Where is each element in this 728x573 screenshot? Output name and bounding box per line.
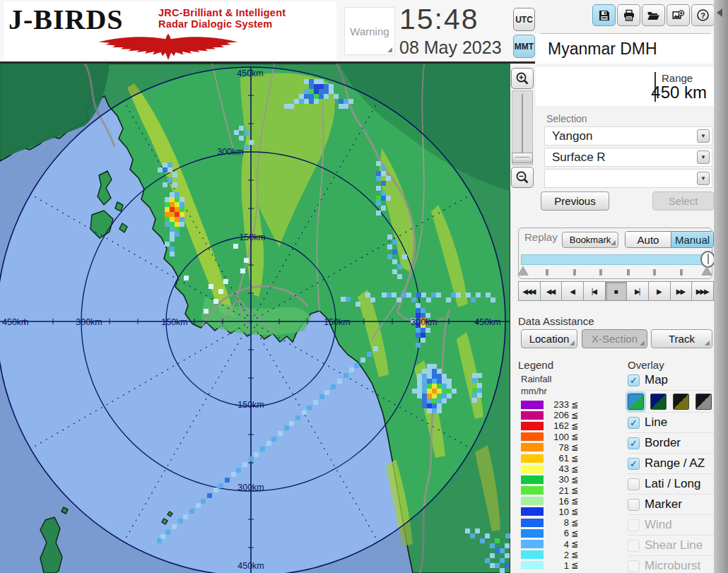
map-style-3[interactable]	[673, 394, 689, 410]
playback-button-8[interactable]: ▶▶	[670, 281, 693, 301]
lte-symbol: ≦	[571, 464, 578, 474]
x-section-button[interactable]: X-Section	[582, 329, 647, 348]
lte-symbol: ≦	[571, 432, 578, 442]
map-style-1[interactable]	[628, 394, 644, 410]
zoom-in-button[interactable]	[511, 68, 534, 89]
overlay-item-range-az[interactable]: ✓Range / AZ	[628, 454, 714, 474]
range-value: 450 km	[651, 83, 707, 102]
svg-text:450km: 450km	[474, 317, 501, 327]
location-button[interactable]: Location	[521, 329, 577, 348]
legend-swatch	[521, 529, 544, 538]
playback-button-5[interactable]: ■	[605, 281, 628, 301]
playback-button-2[interactable]: ◀◀	[540, 281, 563, 301]
dropdown-value: Yangon	[552, 129, 592, 143]
chevron-down-icon[interactable]: ▼	[697, 129, 710, 143]
svg-text:450km: 450km	[237, 561, 264, 571]
legend-row: 162≦	[521, 420, 599, 431]
legend-value: 16	[544, 496, 569, 507]
clock: 15:48 08 May 2023	[399, 3, 502, 58]
overlay-item-border[interactable]: ✓Border	[628, 433, 714, 454]
legend-swatch	[521, 454, 544, 463]
checkbox[interactable]: ✓	[628, 417, 640, 429]
chevron-down-icon[interactable]: ▼	[697, 172, 710, 185]
zoom-slider-track[interactable]	[512, 90, 533, 165]
select-button[interactable]: Select	[652, 191, 714, 211]
selection-label: Selection	[546, 113, 587, 124]
map-style-swatches	[628, 391, 714, 413]
bookmark-button[interactable]: Bookmark	[562, 232, 618, 248]
checkbox[interactable]	[628, 478, 640, 490]
timeline-start-marker[interactable]	[517, 266, 529, 276]
track-button[interactable]: Track	[651, 329, 712, 348]
legend-swatch	[521, 507, 544, 516]
mmt-button[interactable]: MMT	[513, 35, 535, 58]
replay-timeline-slider[interactable]	[521, 254, 709, 265]
legend-row: 10≦	[521, 507, 599, 517]
overlay-item-label: Map	[645, 373, 668, 387]
selection-dropdown-2[interactable]: Surface R▼	[544, 148, 712, 167]
jbirds-app: 450km 300km 150km 150km 300km 450km 450k…	[0, 0, 728, 573]
header-bar: J-BIRDS JRC-Brilliant & Intelligent Rada…	[0, 0, 535, 64]
svg-text:450km: 450km	[2, 317, 29, 327]
checkbox[interactable]	[628, 499, 640, 511]
help-button[interactable]: ?	[691, 4, 715, 26]
playback-button-3[interactable]: ◀	[561, 281, 584, 301]
map-style-4[interactable]	[695, 394, 712, 410]
lte-symbol: ≦	[571, 421, 578, 431]
print-button[interactable]	[617, 4, 640, 26]
playback-button-1[interactable]: ◀◀◀	[518, 281, 541, 301]
legend-swatch	[521, 443, 544, 451]
overlay-item-line[interactable]: ✓Line	[628, 413, 714, 433]
lte-symbol: ≦	[571, 400, 578, 410]
legend-swatch	[521, 432, 544, 441]
checkbox[interactable]: ✓	[628, 437, 640, 449]
playback-button-7[interactable]: ▶	[648, 281, 671, 301]
svg-text:150km: 150km	[239, 232, 266, 242]
svg-text:?: ?	[700, 11, 705, 20]
save-button[interactable]	[592, 4, 616, 26]
utc-button[interactable]: UTC	[513, 8, 535, 31]
overlay-options: ✓Map✓Line✓Border✓Range / AZLati / LongMa…	[628, 370, 714, 573]
chevron-down-icon[interactable]: ▼	[697, 150, 710, 164]
playback-button-6[interactable]: ▶|	[626, 281, 649, 301]
legend-swatch	[521, 561, 544, 569]
checkbox[interactable]: ✓	[628, 374, 640, 386]
lte-symbol: ≦	[571, 475, 578, 485]
overlay-item-lati-long[interactable]: Lati / Long	[628, 474, 714, 495]
overlay-item-microburst: Microburst	[628, 556, 714, 573]
dropdown-value: Surface R	[552, 150, 606, 165]
playback-button-4[interactable]: |◀	[583, 281, 606, 301]
legend-row: 233≦	[521, 399, 599, 410]
warning-button[interactable]: Warning	[344, 7, 395, 55]
map-zoom-control	[511, 68, 535, 188]
legend-value: 4	[544, 539, 569, 550]
selection-dropdown-3[interactable]: ▼	[544, 169, 712, 188]
replay-label: Replay	[524, 231, 558, 243]
add-image-button[interactable]	[667, 4, 690, 26]
overlay-item-marker[interactable]: Marker	[628, 495, 714, 515]
zoom-slider-handle[interactable]	[512, 153, 533, 163]
map-style-2[interactable]	[650, 394, 667, 410]
selection-dropdown-1[interactable]: Yangon▼	[544, 126, 712, 146]
legend-value: 78	[544, 442, 569, 453]
timeline-end-marker[interactable]	[701, 266, 712, 276]
legend-value: 61	[544, 453, 569, 463]
zoom-out-button[interactable]	[511, 167, 534, 188]
legend-unit: mm/hr	[521, 385, 599, 397]
legend-title: Rainfall	[521, 373, 599, 385]
checkbox[interactable]: ✓	[628, 458, 640, 470]
previous-button[interactable]: Previous	[541, 191, 609, 211]
manual-button[interactable]: Manual	[671, 232, 713, 247]
date-display: 08 May 2023	[399, 37, 502, 58]
radar-map[interactable]: 450km 300km 150km 150km 300km 450km 450k…	[0, 64, 510, 573]
svg-text:300km: 300km	[237, 483, 264, 492]
svg-text:300km: 300km	[217, 147, 244, 157]
open-folder-button[interactable]	[642, 4, 665, 26]
auto-button[interactable]: Auto	[626, 232, 671, 247]
playback-button-9[interactable]: ▶▶▶	[691, 281, 714, 301]
overlay-item-map[interactable]: ✓Map	[628, 370, 714, 391]
overlay-item-label: Border	[645, 436, 681, 450]
lte-symbol: ≦	[571, 410, 578, 420]
legend-row: 100≦	[521, 432, 599, 442]
panel-collapse-strip[interactable]	[714, 0, 728, 573]
